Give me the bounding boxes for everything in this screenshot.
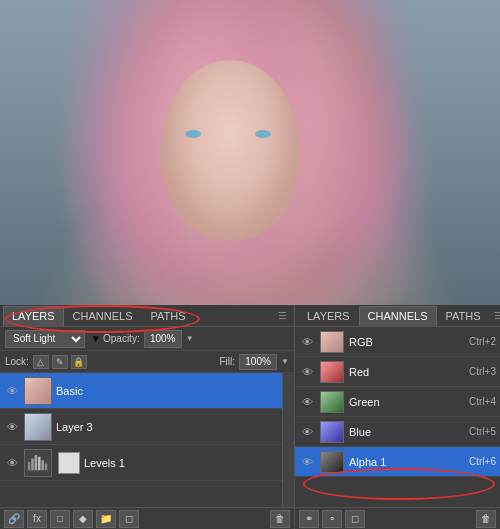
tab-paths-right[interactable]: PATHS [437, 306, 490, 326]
blend-mode-select[interactable]: Soft Light [5, 330, 85, 348]
channel-shortcut-rgb: Ctrl+2 [469, 336, 496, 347]
lock-icons-group: △ ✎ 🔒 [33, 355, 87, 369]
layer-list: 👁 Basic 👁 Layer 3 👁 [0, 373, 282, 507]
channel-item-red[interactable]: 👁 Red Ctrl+3 [295, 357, 500, 387]
channels-tab-bar: LAYERS CHANNELS PATHS ☰ [295, 305, 500, 327]
tab-paths-left[interactable]: PATHS [142, 306, 195, 326]
eye-icon-levels1[interactable]: 👁 [4, 455, 20, 471]
right-eye [255, 130, 271, 138]
blend-mode-row: Soft Light ▾ Opacity: ▼ [0, 327, 294, 351]
svg-rect-0 [28, 461, 31, 469]
link-layers-btn[interactable]: 🔗 [4, 510, 24, 528]
panel-menu-right[interactable]: ☰ [490, 310, 500, 321]
channel-shortcut-green: Ctrl+4 [469, 396, 496, 407]
layer-style-btn[interactable]: fx [27, 510, 47, 528]
layer-name-levels1: Levels 1 [84, 457, 125, 469]
tab-layers-left[interactable]: LAYERS [3, 306, 64, 326]
layers-panel: LAYERS CHANNELS PATHS ☰ Soft Light ▾ Opa… [0, 305, 295, 529]
channel-name-blue: Blue [349, 426, 464, 438]
channel-name-rgb: RGB [349, 336, 464, 348]
eye-icon-red[interactable]: 👁 [299, 364, 315, 380]
delete-channel-btn[interactable]: 🗑 [476, 510, 496, 528]
opacity-label: Opacity: [103, 333, 140, 344]
channel-shortcut-alpha1: Ctrl+6 [469, 456, 496, 467]
new-layer-btn[interactable]: ◻ [119, 510, 139, 528]
new-channel-btn[interactable]: ◻ [345, 510, 365, 528]
layers-tab-bar: LAYERS CHANNELS PATHS ☰ [0, 305, 294, 327]
new-fill-adjustment-btn[interactable]: ◆ [73, 510, 93, 528]
eye-icon-rgb[interactable]: 👁 [299, 334, 315, 350]
layer-item-layer3[interactable]: 👁 Layer 3 [0, 409, 282, 445]
fill-input[interactable] [239, 354, 277, 370]
channel-name-green: Green [349, 396, 464, 408]
layer-thumb-basic [24, 377, 52, 405]
channel-thumb-alpha1 [320, 451, 344, 473]
layer-item-levels1[interactable]: 👁 Levels 1 [0, 445, 282, 481]
lock-paint-btn[interactable]: ✎ [52, 355, 68, 369]
eye-icon-layer3[interactable]: 👁 [4, 419, 20, 435]
channel-item-rgb[interactable]: 👁 RGB Ctrl+2 [295, 327, 500, 357]
channel-item-green[interactable]: 👁 Green Ctrl+4 [295, 387, 500, 417]
selection-to-channel-btn[interactable]: ⚬ [322, 510, 342, 528]
svg-rect-2 [35, 455, 38, 470]
tab-layers-right[interactable]: LAYERS [298, 306, 359, 326]
channel-shortcut-red: Ctrl+3 [469, 366, 496, 377]
eye-icon-green[interactable]: 👁 [299, 394, 315, 410]
svg-rect-5 [45, 463, 48, 470]
opacity-arrow[interactable]: ▼ [186, 334, 194, 343]
channels-panel: LAYERS CHANNELS PATHS ☰ 👁 RGB Ctrl+2 👁 [295, 305, 500, 529]
channel-thumb-rgb [320, 331, 344, 353]
add-mask-btn[interactable]: □ [50, 510, 70, 528]
lock-row: Lock: △ ✎ 🔒 Fill: ▼ [0, 351, 294, 373]
left-eye [185, 130, 201, 138]
lock-position-btn[interactable]: 🔒 [71, 355, 87, 369]
opacity-input[interactable] [144, 330, 182, 348]
eye-icon-alpha1[interactable]: 👁 [299, 454, 315, 470]
layer-name-basic: Basic [56, 385, 83, 397]
fill-label: Fill: [220, 356, 236, 367]
layer-item-basic[interactable]: 👁 Basic [0, 373, 282, 409]
layers-scrollbar[interactable] [282, 373, 294, 507]
channel-item-blue[interactable]: 👁 Blue Ctrl+5 [295, 417, 500, 447]
new-group-btn[interactable]: 📁 [96, 510, 116, 528]
layer-thumb-layer3 [24, 413, 52, 441]
eye-icon-basic[interactable]: 👁 [4, 383, 20, 399]
panels-area: LAYERS CHANNELS PATHS ☰ Soft Light ▾ Opa… [0, 305, 500, 529]
svg-rect-3 [38, 456, 41, 470]
channel-thumb-blue [320, 421, 344, 443]
eye-icon-blue[interactable]: 👁 [299, 424, 315, 440]
layer-list-wrapper: 👁 Basic 👁 Layer 3 👁 [0, 373, 294, 507]
channel-toolbar: ⚭ ⚬ ◻ 🗑 [295, 507, 500, 529]
channel-thumb-red [320, 361, 344, 383]
channel-item-alpha1[interactable]: 👁 Alpha 1 Ctrl+6 [295, 447, 500, 477]
channel-shortcut-blue: Ctrl+5 [469, 426, 496, 437]
photo-canvas [0, 0, 500, 305]
layer-name-layer3: Layer 3 [56, 421, 93, 433]
lock-label: Lock: [5, 356, 29, 367]
face-skin [160, 60, 300, 240]
channel-to-selection-btn[interactable]: ⚭ [299, 510, 319, 528]
layer-toolbar: 🔗 fx □ ◆ 📁 ◻ 🗑 [0, 507, 294, 529]
channel-name-red: Red [349, 366, 464, 378]
layer-thumb-levels1 [24, 449, 52, 477]
svg-rect-1 [31, 458, 34, 470]
svg-rect-4 [41, 460, 44, 470]
lock-transparent-btn[interactable]: △ [33, 355, 49, 369]
channel-thumb-green [320, 391, 344, 413]
tab-channels-left[interactable]: CHANNELS [64, 306, 142, 326]
channel-list: 👁 RGB Ctrl+2 👁 Red Ctrl+3 👁 Green [295, 327, 500, 507]
fill-arrow[interactable]: ▼ [281, 357, 289, 366]
channel-name-alpha1: Alpha 1 [349, 456, 464, 468]
delete-layer-btn[interactable]: 🗑 [270, 510, 290, 528]
down-arrow-icon: ▾ [93, 332, 99, 345]
levels-mask-thumb [58, 452, 80, 474]
panel-menu-left[interactable]: ☰ [274, 310, 291, 321]
tab-channels-right[interactable]: CHANNELS [359, 306, 437, 326]
